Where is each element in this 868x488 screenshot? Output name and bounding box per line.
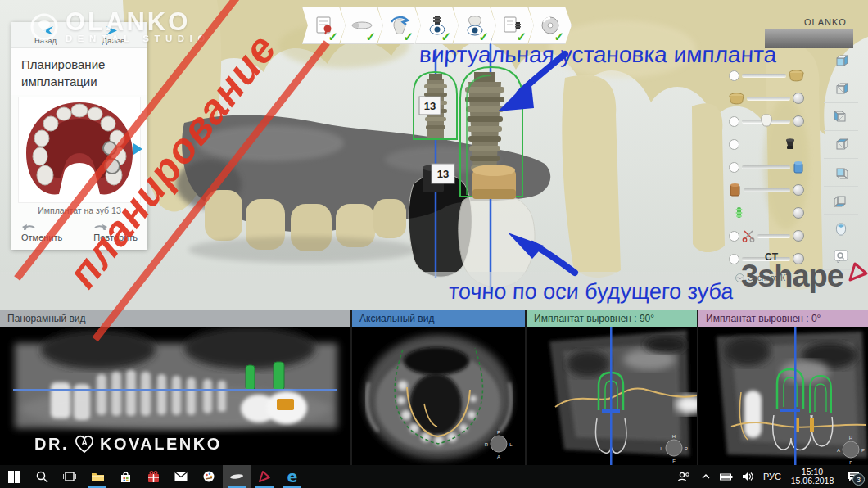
radio-icon[interactable] — [729, 162, 739, 173]
gold-crown-icon[interactable] — [789, 70, 804, 82]
toggle-abutment[interactable] — [729, 133, 804, 156]
step-crown-visibility[interactable]: ✓ — [453, 7, 496, 44]
toggle-dot[interactable] — [793, 207, 804, 219]
implant-axis-slice-line[interactable] — [610, 327, 613, 465]
slider-knob[interactable] — [793, 184, 804, 196]
step-export-disc[interactable]: ✓ — [528, 7, 572, 44]
people-button[interactable] — [671, 465, 696, 488]
file-explorer-button[interactable] — [84, 465, 111, 488]
implant-caption: Имплантат на зуб 13 — [11, 203, 147, 219]
bright-tooth-root — [744, 391, 762, 438]
svg-text:F: F — [672, 459, 676, 463]
svg-text:A: A — [837, 448, 840, 453]
scissors-icon[interactable] — [742, 229, 755, 242]
3shape-triangle-icon — [258, 470, 271, 483]
slider-crown-gold-left[interactable] — [729, 87, 804, 110]
radio-icon[interactable] — [729, 231, 739, 242]
step-tooth-segmentation[interactable]: ✓ — [377, 7, 421, 44]
step-implant-visibility[interactable]: ✓ — [415, 7, 459, 44]
implant-studio-app-button[interactable] — [223, 465, 251, 488]
tooth-view-button[interactable] — [824, 215, 858, 242]
implant-aligned-90-view[interactable]: Имплантат выровнен : 90° — [525, 310, 697, 465]
gift-app-button[interactable] — [139, 465, 167, 488]
start-button[interactable] — [0, 465, 28, 488]
toggle-implant-green[interactable] — [729, 201, 804, 224]
edge-icon: e — [287, 469, 298, 485]
implant-aligned-0-view[interactable]: Имплантат выровнен : 0° — [697, 310, 868, 465]
aligned-90-canvas[interactable]: H F L R — [527, 327, 697, 465]
view-cube-back-button[interactable] — [824, 159, 858, 187]
svg-text:L: L — [509, 442, 513, 447]
back-button[interactable]: Назад — [11, 22, 79, 47]
slider-crown-gold-right[interactable] — [729, 64, 804, 87]
store-button[interactable] — [111, 465, 139, 488]
slider-knob[interactable] — [793, 93, 804, 104]
paint3d-button[interactable] — [195, 465, 223, 488]
slider-track[interactable] — [747, 97, 790, 100]
undo-button[interactable]: Отменить — [21, 224, 62, 242]
implant-site-ring-1 — [103, 142, 116, 155]
mail-button[interactable] — [167, 465, 195, 488]
copper-cylinder-icon[interactable] — [729, 183, 741, 197]
3shape-app-button[interactable] — [251, 465, 278, 488]
slider-implant-body[interactable] — [729, 156, 804, 178]
panoramic-slice-line[interactable] — [13, 389, 337, 391]
paint-palette-icon — [202, 470, 215, 483]
task-view-button[interactable] — [56, 465, 84, 488]
view-cube-bottom-button[interactable] — [824, 187, 858, 215]
svg-text:H: H — [672, 434, 676, 439]
view-cube-top-button[interactable] — [824, 131, 858, 159]
white-tooth-icon[interactable] — [758, 113, 775, 127]
aligned-0-canvas[interactable]: H F A P — [698, 327, 868, 465]
next-label: Далее — [102, 36, 125, 45]
radio-icon[interactable] — [729, 70, 739, 81]
wizard-nav: Назад Далее — [11, 22, 147, 48]
radio-icon[interactable] — [729, 116, 739, 127]
view-cube-left-button[interactable] — [824, 75, 858, 103]
doctor-initial: A — [81, 438, 87, 447]
check-icon: ✓ — [441, 29, 451, 44]
next-button[interactable]: Далее — [79, 22, 147, 47]
step-report[interactable]: ✓ — [491, 7, 534, 44]
volume-button[interactable] — [737, 465, 758, 488]
search-button[interactable] — [28, 465, 56, 488]
slider-knob[interactable] — [793, 115, 804, 127]
radio-icon[interactable] — [729, 139, 739, 150]
view-cube-right-button[interactable] — [824, 103, 858, 131]
check-icon: ✓ — [328, 29, 338, 44]
slider-tooth-mid[interactable] — [729, 110, 804, 133]
action-center-button[interactable]: 3 — [839, 465, 868, 488]
tray-expand-button[interactable] — [696, 465, 716, 488]
next-arrow-icon — [106, 25, 122, 36]
view-cube-front-button[interactable] — [824, 47, 858, 75]
clock[interactable]: 15:10 15.06.2018 — [786, 465, 839, 488]
blue-cylinder-icon[interactable] — [793, 160, 804, 174]
arch-marker-icon[interactable] — [133, 143, 142, 155]
arch-preview — [18, 97, 141, 203]
redo-button[interactable]: Повторить — [93, 224, 138, 242]
language-indicator[interactable]: РУС — [758, 465, 786, 488]
axial-canvas[interactable]: P A R L — [352, 327, 525, 465]
green-implant-icon[interactable] — [734, 206, 744, 220]
radio-icon[interactable] — [729, 254, 739, 264]
implant-planning-panel: Назад Далее Планирование имплантации — [11, 22, 147, 250]
panoramic-view[interactable]: Панорамный вид — [0, 310, 350, 465]
slider-track[interactable] — [742, 165, 790, 169]
panoramic-canvas[interactable]: DR. A KOVALENKO — [0, 327, 350, 465]
slider-track[interactable] — [742, 120, 790, 123]
implant-axis-slice-line[interactable] — [794, 327, 797, 465]
step-scan[interactable]: ✓ — [340, 7, 383, 44]
gold-crown-icon[interactable] — [729, 93, 744, 105]
slider-track[interactable] — [744, 188, 790, 192]
slider-track[interactable] — [757, 234, 790, 237]
battery-button[interactable] — [716, 465, 737, 488]
axial-view[interactable]: Аксиальный вид — [350, 310, 525, 465]
slider-track[interactable] — [742, 74, 786, 77]
slider-drill[interactable] — [729, 178, 804, 201]
panoramic-gold-crown — [277, 399, 294, 410]
slider-knob[interactable] — [793, 230, 804, 242]
step-order-form[interactable]: ✓ — [302, 7, 346, 44]
edge-button[interactable]: e — [278, 465, 306, 488]
black-abutment-icon[interactable] — [783, 138, 798, 151]
slider-cut[interactable] — [729, 224, 804, 247]
